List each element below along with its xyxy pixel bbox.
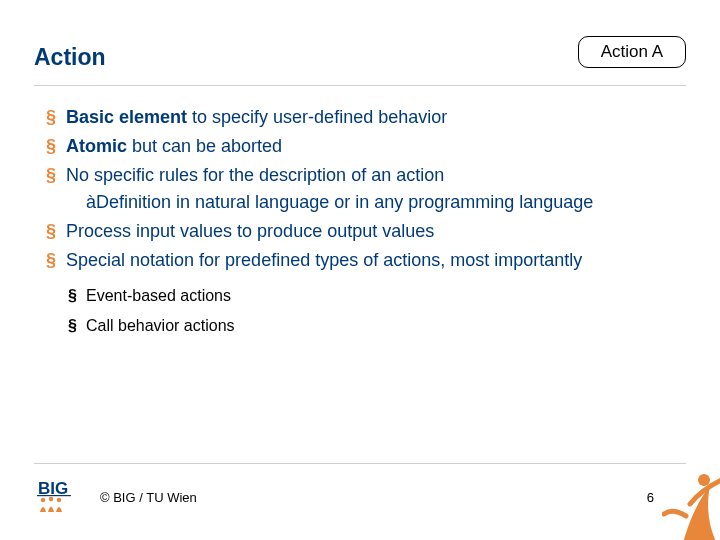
header-row: Action Action A — [34, 36, 686, 71]
list-item: Special notation for predefined types of… — [52, 247, 686, 274]
divider-top — [34, 85, 686, 86]
svg-point-2 — [57, 498, 61, 502]
bullet-text: to specify user-defined behavior — [187, 107, 447, 127]
copyright-text: © BIG / TU Wien — [100, 490, 197, 505]
corner-figure-icon — [662, 466, 720, 540]
main-bullet-list: Basic element to specify user-defined be… — [34, 104, 686, 274]
footer-row: BIG © BIG / TU Wien 6 — [34, 478, 686, 516]
list-item: No specific rules for the description of… — [52, 162, 686, 216]
list-item: Call behavior actions — [68, 314, 686, 338]
bullet-bold: Atomic — [66, 136, 127, 156]
svg-rect-4 — [37, 495, 71, 496]
bullet-text: Process input values to produce output v… — [66, 221, 434, 241]
sub-arrow-text: Definition in natural language or in any… — [96, 192, 593, 212]
action-node-box: Action A — [578, 36, 686, 68]
bullet-text: No specific rules for the description of… — [66, 165, 444, 185]
slide: Action Action A Basic element to specify… — [0, 0, 720, 540]
list-item: Process input values to produce output v… — [52, 218, 686, 245]
sub-bullet-list: Event-based actions Call behavior action… — [68, 284, 686, 338]
svg-point-5 — [698, 474, 710, 486]
bullet-text: but can be aborted — [127, 136, 282, 156]
svg-point-0 — [41, 498, 45, 502]
footer-left: BIG © BIG / TU Wien — [34, 478, 197, 516]
content-area: Basic element to specify user-defined be… — [34, 104, 686, 338]
list-item: Basic element to specify user-defined be… — [52, 104, 686, 131]
bullet-bold: Basic element — [66, 107, 187, 127]
page-number: 6 — [647, 490, 654, 505]
bullet-text: Special notation for predefined types of… — [66, 250, 582, 270]
list-item: Atomic but can be aborted — [52, 133, 686, 160]
footer: BIG © BIG / TU Wien 6 — [34, 463, 686, 516]
list-item: Event-based actions — [68, 284, 686, 308]
page-title: Action — [34, 44, 106, 71]
divider-bottom — [34, 463, 686, 464]
arrow-glyph: à — [86, 192, 96, 212]
sub-arrow-line: àDefinition in natural language or in an… — [66, 189, 686, 216]
big-logo-icon: BIG — [34, 478, 86, 516]
